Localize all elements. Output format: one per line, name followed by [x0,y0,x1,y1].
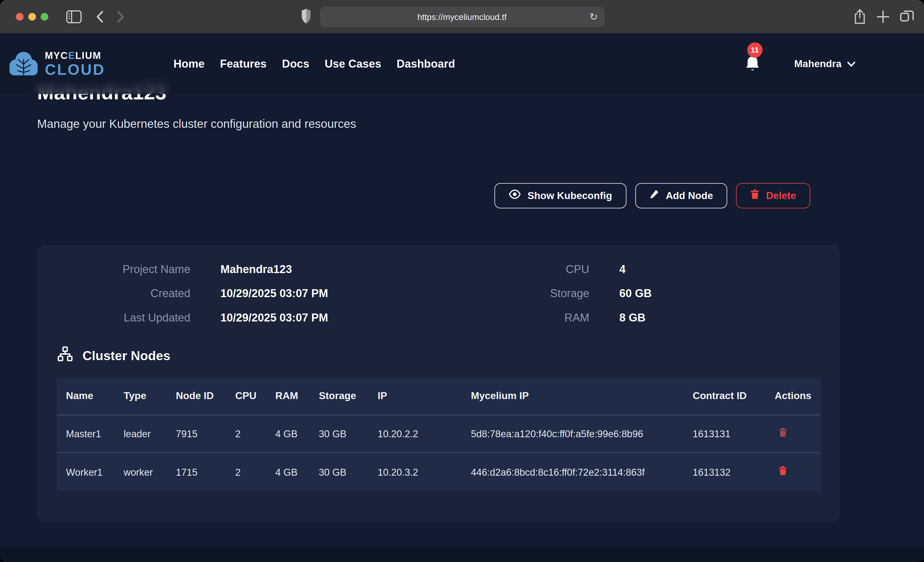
cluster-actions-toolbar: Show Kubeconfig Add Node [0,183,810,209]
nav-link-features[interactable]: Features [220,57,267,70]
created-label: Created [57,287,190,300]
ram-label: RAM [486,311,590,324]
col-ram: RAM [266,378,309,416]
brand-logo-text: MYCELIUM CLOUD [45,51,105,77]
tab-overview-icon[interactable] [900,9,915,24]
notifications-button[interactable]: 11 [745,55,760,73]
col-ip: IP [368,378,462,416]
nav-link-docs[interactable]: Docs [282,57,309,70]
footer [0,547,924,562]
cluster-details-grid: Project Name Mahendra123 CPU 4 Created 1… [38,245,840,324]
cell-storage: 30 GB [309,453,368,491]
nav-link-use-cases[interactable]: Use Cases [325,57,381,70]
network-nodes-icon [57,346,73,366]
cell-ram: 4 GB [266,416,309,453]
cell-node-id: 7915 [166,416,226,453]
new-tab-icon[interactable] [876,10,890,24]
cell-node-id: 1715 [166,453,226,491]
privacy-shield-icon[interactable] [301,8,311,26]
traffic-lights [16,13,48,20]
back-icon[interactable] [96,10,104,22]
address-bar-url: https://myceliumcloud.tf [417,12,507,21]
cell-ip: 10.20.2.2 [368,416,462,453]
brand-logo[interactable]: MYCELIUM CLOUD [8,47,105,81]
cell-mycelium-ip: 446:d2a6:8bcd:8c16:ff0f:72e2:3114:863f [461,453,683,491]
nav-link-dashboard[interactable]: Dashboard [397,57,455,70]
nav-links: Home Features Docs Use Cases Dashboard [174,57,455,70]
pencil-icon [650,189,659,203]
delete-node-button[interactable] [778,427,787,437]
trash-icon [750,189,760,203]
table-row: Master1 leader 7915 2 4 GB 30 GB 10.20.2… [57,416,821,453]
cpu-value: 4 [620,263,840,276]
notification-badge: 11 [747,42,762,57]
col-node-id: Node ID [166,378,226,416]
user-menu[interactable]: Mahendra [794,58,856,70]
table-row: Worker1 worker 1715 2 4 GB 30 GB 10.20.3… [57,453,821,491]
reload-icon[interactable]: ↻ [590,12,598,22]
cell-storage: 30 GB [309,416,368,453]
table-header-row: Name Type Node ID CPU RAM Storage IP Myc… [57,378,821,416]
close-window-button[interactable] [16,13,24,20]
ram-value: 8 GB [620,311,840,324]
cluster-nodes-heading: Cluster Nodes [57,346,840,366]
storage-label: Storage [486,287,590,300]
cell-type: leader [114,416,166,453]
add-node-button[interactable]: Add Node [635,183,727,209]
browser-toolbar: https://myceliumcloud.tf ↻ [0,0,924,34]
sidebar-toggle-icon[interactable] [66,10,82,23]
address-bar[interactable]: https://myceliumcloud.tf ↻ [320,6,604,27]
col-storage: Storage [309,378,368,416]
delete-node-button[interactable] [778,466,787,476]
project-name-value: Mahendra123 [220,263,456,276]
created-value: 10/29/2025 03:07 PM [220,287,456,300]
delete-cluster-button[interactable]: Delete [736,183,810,209]
page-subtitle: Manage your Kubernetes cluster configura… [37,117,356,131]
cell-contract-id: 1613132 [683,453,765,491]
cpu-label: CPU [486,263,590,276]
last-updated-value: 10/29/2025 03:07 PM [220,311,456,324]
cell-name: Worker1 [57,453,114,491]
forward-icon[interactable] [117,10,124,22]
site-navbar: MYCELIUM CLOUD Home Features Docs Use Ca… [0,34,924,94]
chevron-down-icon [847,58,855,70]
project-name-label: Project Name [57,263,190,276]
cluster-details-card: Project Name Mahendra123 CPU 4 Created 1… [38,245,840,522]
col-actions: Actions [765,378,821,416]
cell-contract-id: 1613131 [683,416,765,453]
col-cpu: CPU [226,378,266,416]
cell-ram: 4 GB [266,453,309,491]
browser-window: https://myceliumcloud.tf ↻ [0,0,924,562]
storage-value: 60 GB [620,287,840,300]
zoom-window-button[interactable] [41,13,48,20]
col-mycelium-ip: Mycelium IP [461,378,683,416]
eye-icon [508,190,521,202]
col-type: Type [114,378,166,416]
mycelium-cloud-logo-icon [8,47,39,81]
nav-link-home[interactable]: Home [174,57,205,70]
cell-name: Master1 [57,416,114,453]
cell-cpu: 2 [226,453,266,491]
cell-type: worker [114,453,166,491]
cell-ip: 10.20.3.2 [368,453,462,491]
col-name: Name [57,378,114,416]
user-name: Mahendra [794,58,842,70]
col-contract-id: Contract ID [683,378,765,416]
last-updated-label: Last Updated [57,311,190,324]
cell-mycelium-ip: 5d8:78ea:a120:f40c:ff0f:a5fe:99e6:8b96 [461,416,683,453]
cluster-nodes-table: Name Type Node ID CPU RAM Storage IP Myc… [57,378,821,491]
show-kubeconfig-button[interactable]: Show Kubeconfig [495,183,626,209]
cell-cpu: 2 [226,416,266,453]
share-icon[interactable] [853,9,866,25]
bell-icon [745,64,760,75]
minimize-window-button[interactable] [28,13,36,20]
